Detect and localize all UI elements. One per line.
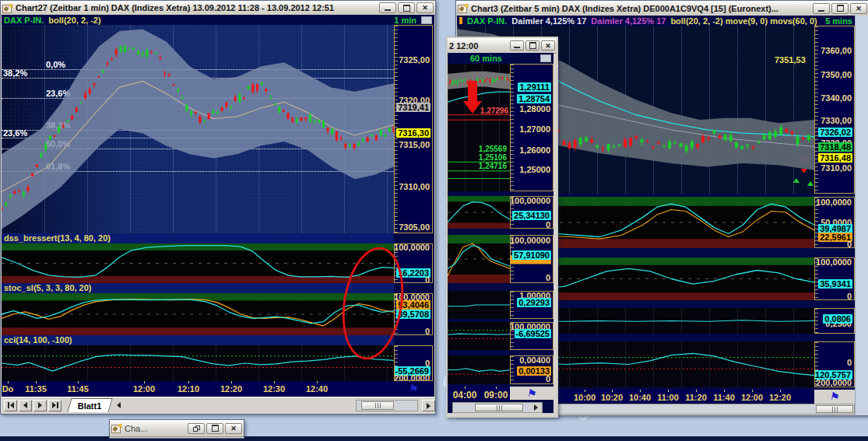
indicator-axis-4: 0-120,5757-200,0000 bbox=[814, 341, 855, 387]
flag-icon: ⚑ bbox=[407, 382, 419, 396]
chart-window-icon bbox=[2, 3, 13, 13]
minimize-button[interactable] bbox=[510, 40, 524, 51]
close-icon: ✕ bbox=[422, 4, 428, 12]
time-tickmark bbox=[696, 390, 697, 392]
time-tick-label: 10:40 bbox=[629, 393, 651, 402]
chart-canvas bbox=[2, 25, 394, 233]
axis-tick-label: 100,00000 bbox=[510, 236, 550, 245]
axis-tick-label: 7350,00 bbox=[821, 70, 852, 79]
time-tick-label: 10:00 bbox=[574, 393, 596, 402]
horizontal-scrollbar[interactable] bbox=[356, 400, 418, 411]
price-value-label: 7318,48 bbox=[818, 142, 852, 152]
minimize-button[interactable] bbox=[813, 3, 830, 14]
close-button[interactable]: ✕ bbox=[416, 2, 434, 13]
tab-last-button[interactable] bbox=[48, 400, 61, 411]
indicator-pane-2[interactable] bbox=[448, 235, 510, 283]
close-icon: ✕ bbox=[856, 5, 862, 12]
instrument-label: Daimler 4,125% 17 bbox=[511, 16, 586, 26]
indicator-axis-cci: 0-55,2669-200,0000 bbox=[394, 345, 433, 381]
indicator-pane-cci[interactable] bbox=[2, 345, 394, 381]
maximize-button[interactable] bbox=[398, 2, 415, 13]
titlebar-fx[interactable]: 2 12:00 ✕ bbox=[448, 38, 557, 54]
axis-tick-label: 0 bbox=[546, 273, 550, 282]
indicator-header-cci: cci(14, 100, -100) bbox=[2, 335, 394, 345]
tab-next-button[interactable] bbox=[33, 400, 47, 411]
sheet-tab-blatt1[interactable]: Blatt1 bbox=[67, 398, 112, 412]
studies-label: boll(20, 2, -2) move(9, 0) movs(60, 0) bbox=[670, 16, 817, 26]
restore-button[interactable] bbox=[188, 423, 205, 434]
indicator-axis-5: 0,004000,001330 bbox=[510, 355, 553, 384]
indicator-axis-2: 100,0000057,910900 bbox=[510, 235, 553, 283]
arrow-right-icon bbox=[52, 402, 56, 408]
price-value-label: 0,0806 bbox=[823, 314, 852, 324]
scrollbar-thumb[interactable] bbox=[816, 405, 853, 413]
main-price-chart[interactable]: 1,255691,251061,247161,27296 bbox=[448, 64, 510, 191]
axis-tick-label: 1,26000 bbox=[519, 145, 550, 155]
minimized-window-chart: Cha... ✕ bbox=[109, 419, 244, 439]
scroll-left-icon[interactable] bbox=[117, 402, 121, 408]
maximize-button[interactable] bbox=[831, 3, 849, 14]
desktop: 0101011010 Chart27 (Zeitbar 1 min) DAX (… bbox=[0, 0, 868, 441]
minimize-icon bbox=[818, 10, 824, 12]
minimize-icon bbox=[514, 47, 520, 48]
time-tickmark bbox=[144, 381, 145, 383]
price-value-label: 0,29293 bbox=[517, 298, 551, 307]
titlebar-chart3[interactable]: Chart3 (Zeitbar 5 min) DAX (Indizes Xetr… bbox=[456, 1, 868, 16]
indicator-axis-1: 100,000050,000039,498722,59610 bbox=[814, 197, 855, 248]
chart-canvas bbox=[2, 293, 394, 335]
arrow-left-icon bbox=[23, 402, 27, 408]
price-value-label: 25,34130 bbox=[512, 211, 551, 220]
scrollbar-thumb[interactable] bbox=[361, 401, 394, 410]
scroll-right-button[interactable] bbox=[422, 400, 435, 411]
axis-tick-label: 0 bbox=[847, 240, 852, 248]
maximize-button[interactable] bbox=[206, 423, 223, 434]
price-value-label: 7316,30 bbox=[396, 128, 430, 138]
scroll-right-button[interactable] bbox=[531, 404, 541, 411]
chart-canvas bbox=[448, 322, 510, 350]
indicator-pane-4[interactable] bbox=[448, 322, 510, 350]
indicator-axis-3: 0,25000,0806 bbox=[814, 308, 855, 334]
time-tickmark bbox=[668, 390, 669, 392]
titlebar-minimized[interactable]: Cha... ✕ bbox=[110, 420, 244, 437]
symbol-label: DAX P-IN. bbox=[467, 16, 507, 26]
indicator-pane-1[interactable] bbox=[448, 196, 510, 229]
chart-canvas bbox=[448, 235, 510, 283]
horizontal-scrollbar[interactable] bbox=[452, 402, 543, 413]
scrollbar-thumb[interactable] bbox=[475, 404, 523, 411]
maximize-button[interactable] bbox=[525, 40, 539, 51]
symbol-label: DAX P-IN. bbox=[4, 16, 44, 25]
close-button[interactable]: ✕ bbox=[541, 40, 555, 51]
close-button[interactable]: ✕ bbox=[850, 3, 867, 14]
tab-prev-button[interactable] bbox=[19, 400, 32, 411]
maximize-icon bbox=[403, 5, 410, 12]
chart-canvas bbox=[2, 345, 394, 381]
alert-flag-zone: ⚑ bbox=[394, 381, 433, 397]
scrollbar-top-notch bbox=[540, 54, 551, 62]
alert-flag-zone: ⚑ bbox=[510, 387, 553, 400]
time-tick-label: 09:00 bbox=[484, 390, 508, 400]
minimize-button[interactable] bbox=[379, 2, 396, 13]
legend-marker bbox=[459, 17, 462, 24]
close-button[interactable]: ✕ bbox=[225, 423, 242, 434]
price-value-label: 7326,02 bbox=[818, 128, 852, 137]
axis-tickmarks bbox=[511, 356, 514, 383]
indicator-pane-stoc[interactable] bbox=[2, 293, 394, 335]
close-icon: ✕ bbox=[545, 42, 551, 50]
main-price-chart[interactable]: 0,0%38,2%23,6%38,2%23,6%50,0%61,8% bbox=[2, 25, 394, 233]
axis-tick-label: 7315,00 bbox=[399, 140, 430, 149]
axis-tick-label: 0 bbox=[546, 374, 550, 383]
time-tickmark bbox=[36, 381, 37, 383]
chart-canvas bbox=[448, 196, 510, 229]
axis-tickmarks bbox=[511, 65, 514, 191]
axis-tick-label: 0 bbox=[425, 275, 430, 283]
titlebar-chart27[interactable]: Chart27 (Zeitbar 1 min) DAX (Indizes Xet… bbox=[1, 1, 435, 16]
arrow-head bbox=[463, 101, 482, 114]
indicator-axis-3: 1,000000,29293 bbox=[510, 291, 553, 319]
vertical-scrollbar[interactable] bbox=[855, 16, 868, 415]
tab-first-button[interactable] bbox=[4, 400, 17, 411]
time-tick-label: 10:20 bbox=[601, 393, 623, 402]
indicator-pane-5[interactable] bbox=[448, 355, 510, 384]
indicator-pane-dss[interactable] bbox=[2, 243, 394, 283]
indicator-pane-3[interactable] bbox=[448, 291, 510, 319]
time-tickmark bbox=[752, 390, 753, 392]
